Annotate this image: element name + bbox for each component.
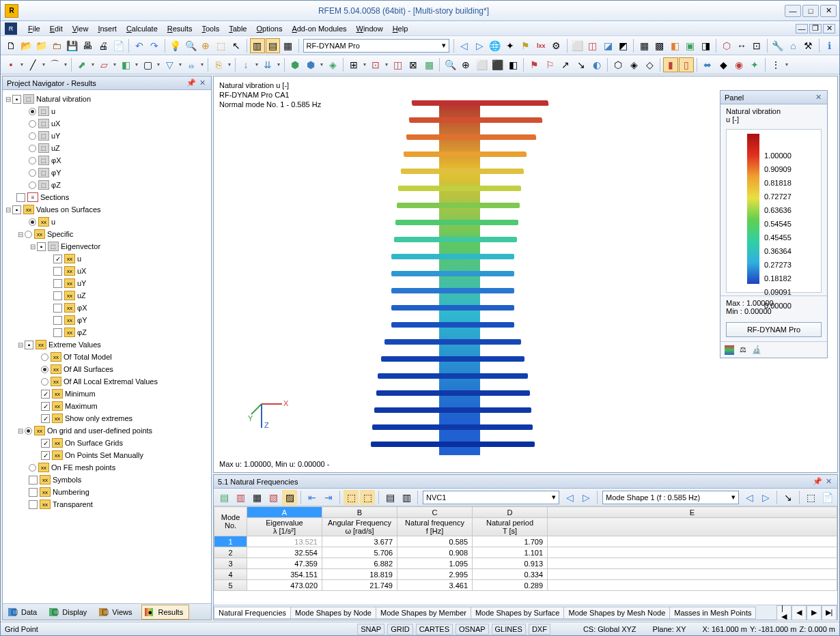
status-grid[interactable]: GRID: [387, 624, 413, 635]
dim-icon[interactable]: ↔: [734, 38, 748, 53]
f2-icon[interactable]: ⚐: [542, 57, 557, 72]
nav-first-icon[interactable]: ◁: [457, 38, 471, 53]
t2-icon[interactable]: ◫: [585, 38, 600, 53]
e3-icon[interactable]: ◫: [390, 57, 405, 72]
nvc-combo[interactable]: NVC1▾: [423, 491, 559, 504]
h4-icon[interactable]: ✦: [747, 57, 762, 72]
tree-on-grid[interactable]: On grid and user-defined points: [47, 427, 152, 435]
e2-icon[interactable]: ⊡: [368, 57, 383, 72]
tree-phiy[interactable]: φY: [51, 169, 61, 177]
tree-show-extremes[interactable]: Show only extremes: [65, 414, 132, 422]
rf-dynam-button[interactable]: RF-DYNAM Pro: [726, 322, 822, 337]
status-dxf[interactable]: DXF: [529, 624, 550, 635]
box1-icon[interactable]: ⬜: [474, 57, 489, 72]
tb-b-icon[interactable]: ▥: [233, 490, 248, 505]
print-icon[interactable]: 🖨: [96, 38, 110, 53]
tab-mode-mesh[interactable]: Mode Shapes by Mesh Node: [563, 607, 670, 619]
box3-icon[interactable]: ◧: [505, 57, 520, 72]
module-combo[interactable]: RF-DYNAM Pro▾: [303, 39, 450, 53]
tab-results[interactable]: ●Results: [141, 605, 189, 620]
status-osnap[interactable]: OSNAP: [456, 624, 489, 635]
box2-icon[interactable]: ⬛: [490, 57, 505, 72]
zoom2-icon[interactable]: ⊕: [458, 57, 473, 72]
f1-icon[interactable]: ⚑: [527, 57, 542, 72]
tableclose-icon[interactable]: ✕: [824, 477, 833, 487]
scale-icon[interactable]: ⚖: [740, 345, 746, 354]
t10-icon[interactable]: ⬡: [719, 38, 733, 53]
panel3-icon[interactable]: ▦: [281, 38, 295, 53]
f3-icon[interactable]: ↗: [558, 57, 573, 72]
tree-phix[interactable]: φX: [51, 156, 61, 164]
t6-icon[interactable]: ▩: [652, 38, 667, 53]
tree-vos-u[interactable]: u: [51, 218, 55, 226]
g3-icon[interactable]: ◇: [642, 57, 657, 72]
tool-icon[interactable]: 🔧: [770, 38, 785, 53]
menu-insert[interactable]: Insert: [94, 23, 121, 34]
tb-l-icon[interactable]: 📄: [820, 490, 835, 505]
zoom-icon[interactable]: 🔍: [183, 38, 197, 53]
tb-j-icon[interactable]: ↘: [781, 490, 796, 505]
tree-maximum[interactable]: Maximum: [65, 402, 98, 410]
tb-f-icon[interactable]: ⬚: [344, 490, 359, 505]
loupe-icon[interactable]: 🔍: [443, 57, 458, 72]
undo-icon[interactable]: ↶: [132, 38, 146, 53]
tab-views[interactable]: ▢Views: [96, 605, 137, 619]
cube1-icon[interactable]: ⬢: [288, 57, 303, 72]
tb-next2-icon[interactable]: ▷: [578, 490, 593, 505]
tb-g-icon[interactable]: ⬚: [360, 490, 375, 505]
tree-eigenvector[interactable]: Eigenvector: [61, 242, 100, 250]
tab-nat-freq[interactable]: Natural Frequencies: [214, 607, 291, 619]
new-icon[interactable]: 🗋: [3, 38, 18, 53]
node-icon[interactable]: •: [3, 57, 18, 72]
tb-next3-icon[interactable]: ▷: [758, 490, 773, 505]
tree-on-surface-grids[interactable]: On Surface Grids: [65, 439, 123, 447]
load2-icon[interactable]: ⇊: [260, 57, 275, 72]
tree-eigen-phiy[interactable]: φY: [77, 316, 87, 324]
help-icon[interactable]: ℹ: [822, 38, 837, 53]
h1-icon[interactable]: ⬌: [700, 57, 715, 72]
panel2-icon[interactable]: ▤: [266, 38, 280, 53]
flag-icon[interactable]: ⚑: [518, 38, 533, 53]
menu-calculate[interactable]: Calculate: [122, 23, 162, 34]
tree-on-points[interactable]: On Points Set Manually: [65, 451, 143, 459]
tb-a-icon[interactable]: ▤: [216, 490, 232, 505]
f4-icon[interactable]: ↘: [574, 57, 589, 72]
tb-prev2-icon[interactable]: ◁: [562, 490, 577, 505]
tab-masses[interactable]: Masses in Mesh Points: [669, 607, 756, 619]
tree-uz[interactable]: uZ: [51, 144, 60, 152]
mdi-restore[interactable]: ❐: [809, 24, 822, 33]
t4-icon[interactable]: ◩: [616, 38, 630, 53]
save-icon[interactable]: 💾: [65, 38, 79, 53]
h3-icon[interactable]: ◉: [731, 57, 746, 72]
line-icon[interactable]: ╱: [25, 57, 40, 72]
surface-icon[interactable]: ▱: [96, 57, 111, 72]
menu-edit[interactable]: Edit: [46, 23, 67, 34]
tabnav-first[interactable]: |◀: [776, 605, 792, 620]
preview-icon[interactable]: 📄: [111, 38, 125, 53]
frequency-table[interactable]: ModeNo. ABCDE Eigenvalueλ [1/s²]Angular …: [214, 506, 837, 605]
tree-uy[interactable]: uY: [51, 132, 60, 140]
panel1-icon[interactable]: ▥: [250, 38, 264, 53]
status-glines[interactable]: GLINES: [492, 624, 526, 635]
gear-icon[interactable]: ⚙: [549, 38, 563, 53]
tree-u[interactable]: u: [51, 107, 55, 115]
minimize-button[interactable]: —: [785, 5, 801, 17]
menu-options[interactable]: Options: [252, 23, 286, 34]
tree-of-all[interactable]: Of All Surfaces: [64, 365, 113, 373]
status-cartes[interactable]: CARTES: [416, 624, 453, 635]
tree-transparent[interactable]: Transparent: [53, 500, 93, 508]
tree-ux[interactable]: uX: [51, 119, 60, 128]
mdi-close[interactable]: ✕: [823, 24, 835, 33]
panel-close2-icon[interactable]: ✕: [813, 93, 823, 102]
pin-icon[interactable]: 📌: [186, 78, 196, 88]
menu-table[interactable]: Table: [225, 23, 251, 34]
e1-icon[interactable]: ⊞: [346, 57, 361, 72]
menu-addon[interactable]: Add-on Modules: [288, 23, 350, 34]
tb-prev-icon[interactable]: ⇤: [305, 490, 320, 505]
globe-icon[interactable]: 🌐: [488, 38, 502, 53]
lxx-icon[interactable]: lxx: [534, 38, 548, 53]
redo-icon[interactable]: ↷: [147, 38, 161, 53]
tabnav-next[interactable]: ▶: [807, 605, 822, 620]
tree-eigen-ux[interactable]: uX: [77, 267, 86, 275]
tab-data[interactable]: ▢Data: [5, 605, 42, 619]
